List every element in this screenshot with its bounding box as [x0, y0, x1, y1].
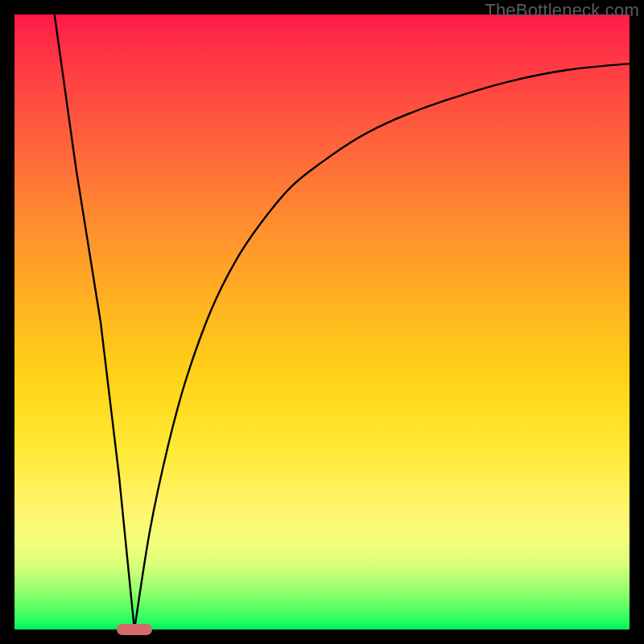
curve-right-branch	[134, 64, 630, 630]
curve-layer	[14, 14, 630, 630]
bottleneck-marker	[117, 624, 152, 635]
chart-frame	[14, 14, 630, 630]
curve-left-branch	[55, 14, 134, 630]
plot-area	[14, 14, 630, 630]
watermark-label: TheBottleneck.com	[485, 0, 639, 21]
